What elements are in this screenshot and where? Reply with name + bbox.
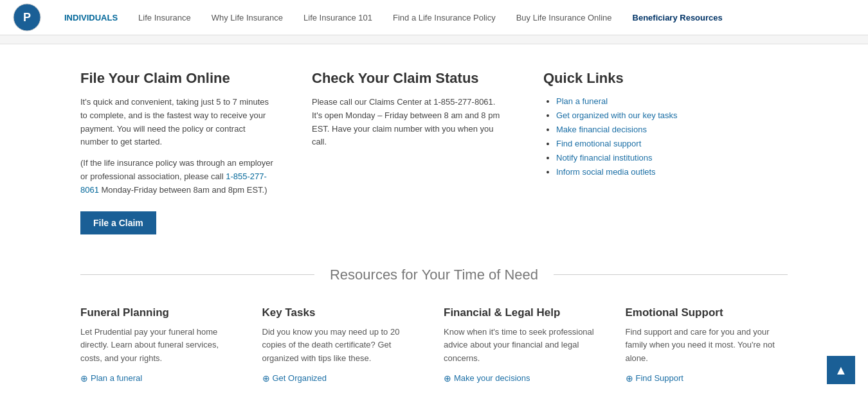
svg-text:P: P bbox=[23, 11, 31, 24]
top-section: File Your Claim Online It's quick and co… bbox=[80, 70, 788, 234]
nav-item-buy-life-insurance-online[interactable]: Buy Life Insurance Online bbox=[506, 0, 622, 35]
quick-link-make-financial[interactable]: Make financial decisions bbox=[556, 125, 647, 134]
check-status-title: Check Your Claim Status bbox=[312, 70, 505, 87]
resource-card-text-emotional-support: Find support and care for you and your f… bbox=[626, 326, 788, 366]
navigation: P INDIVIDUALSLife InsuranceWhy Life Insu… bbox=[0, 0, 868, 35]
nav-item-life-insurance-101[interactable]: Life Insurance 101 bbox=[293, 0, 383, 35]
file-claim-title: File Your Claim Online bbox=[80, 70, 273, 87]
resource-card-link-funeral-planning[interactable]: Plan a funeral bbox=[80, 373, 243, 384]
resource-card-link-key-tasks[interactable]: Get Organized bbox=[262, 373, 425, 384]
file-claim-text1: It's quick and convenient, taking just 5… bbox=[80, 96, 273, 149]
file-claim-text2: (If the life insurance policy was throug… bbox=[80, 157, 273, 197]
resource-card-financial-legal: Financial & Legal HelpKnow when it's tim… bbox=[444, 306, 606, 384]
resource-card-title-financial-legal: Financial & Legal Help bbox=[444, 306, 606, 319]
nav-item-individuals[interactable]: INDIVIDUALS bbox=[54, 0, 128, 35]
resource-card-title-emotional-support: Emotional Support bbox=[626, 306, 788, 319]
gray-strip bbox=[0, 35, 868, 44]
phone-link[interactable]: 1-855-277-8061 bbox=[80, 172, 267, 195]
quick-links-title: Quick Links bbox=[543, 70, 788, 87]
resource-card-title-key-tasks: Key Tasks bbox=[262, 306, 425, 319]
resource-card-funeral-planning: Funeral PlanningLet Prudential pay your … bbox=[80, 306, 243, 384]
resource-card-key-tasks: Key TasksDid you know you may need up to… bbox=[262, 306, 425, 384]
file-claim-button[interactable]: File a Claim bbox=[80, 211, 156, 234]
quick-links-list: Plan a funeralGet organized with our key… bbox=[543, 96, 788, 177]
file-claim-column: File Your Claim Online It's quick and co… bbox=[80, 70, 273, 234]
nav-item-why-life-insurance[interactable]: Why Life Insurance bbox=[201, 0, 293, 35]
check-status-text: Please call our Claims Center at 1-855-2… bbox=[312, 96, 505, 149]
resource-card-emotional-support: Emotional SupportFind support and care f… bbox=[626, 306, 788, 384]
resources-divider-text: Resources for Your Time of Need bbox=[314, 267, 554, 283]
scroll-to-top-button[interactable]: ▲ bbox=[827, 356, 855, 384]
nav-item-beneficiary-resources[interactable]: Beneficiary Resources bbox=[622, 0, 733, 35]
quick-link-find-emotional[interactable]: Find emotional support bbox=[556, 139, 641, 148]
main-content: File Your Claim Online It's quick and co… bbox=[68, 44, 800, 397]
resource-card-text-funeral-planning: Let Prudential pay your funeral home dir… bbox=[80, 326, 243, 366]
quick-link-inform-social[interactable]: Inform social media outlets bbox=[556, 167, 656, 177]
logo[interactable]: P bbox=[13, 3, 41, 31]
quick-link-notify-financial[interactable]: Notify financial institutions bbox=[556, 153, 653, 163]
resources-divider: Resources for Your Time of Need bbox=[80, 267, 788, 283]
nav-list: INDIVIDUALSLife InsuranceWhy Life Insura… bbox=[54, 0, 855, 35]
quick-links-column: Quick Links Plan a funeralGet organized … bbox=[543, 70, 788, 234]
resource-card-title-funeral-planning: Funeral Planning bbox=[80, 306, 243, 319]
quick-link-plan-funeral[interactable]: Plan a funeral bbox=[556, 96, 608, 106]
nav-item-find-life-insurance-policy[interactable]: Find a Life Insurance Policy bbox=[383, 0, 506, 35]
resource-card-link-emotional-support[interactable]: Find Support bbox=[626, 373, 788, 384]
resource-cards: Funeral PlanningLet Prudential pay your … bbox=[80, 306, 788, 384]
resource-card-link-financial-legal[interactable]: Make your decisions bbox=[444, 373, 606, 384]
resource-card-text-key-tasks: Did you know you may need up to 20 copie… bbox=[262, 326, 425, 366]
nav-item-life-insurance[interactable]: Life Insurance bbox=[128, 0, 201, 35]
resource-card-text-financial-legal: Know when it's time to seek professional… bbox=[444, 326, 606, 366]
quick-link-get-organized[interactable]: Get organized with our key tasks bbox=[556, 110, 678, 120]
check-status-column: Check Your Claim Status Please call our … bbox=[312, 70, 505, 234]
